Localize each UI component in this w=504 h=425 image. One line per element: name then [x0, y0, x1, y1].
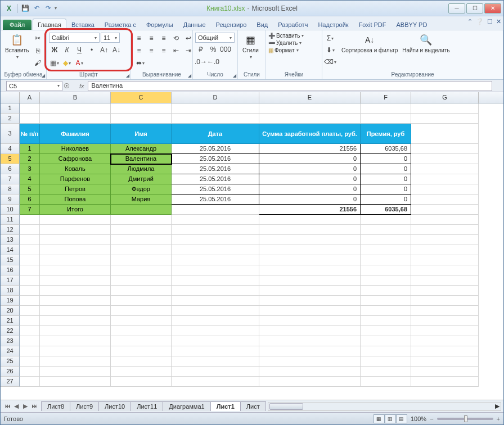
copy-icon[interactable]: ⎘	[32, 45, 43, 56]
cell[interactable]	[411, 144, 479, 154]
row-header[interactable]: 22	[1, 326, 20, 336]
cell[interactable]	[411, 103, 479, 114]
bold-button[interactable]: Ж	[49, 44, 60, 56]
cell[interactable]: 25.05.2016	[172, 174, 259, 184]
font-name-select[interactable]: Calibri▾	[49, 33, 100, 43]
col-header[interactable]: C	[111, 92, 172, 103]
cell[interactable]: 0	[361, 154, 411, 164]
cell[interactable]	[172, 255, 259, 265]
cell[interactable]	[361, 296, 411, 306]
cell[interactable]	[259, 235, 361, 245]
cell[interactable]	[20, 296, 40, 306]
cell[interactable]	[172, 316, 259, 326]
cell[interactable]	[411, 114, 479, 124]
row-header[interactable]: 8	[1, 184, 20, 195]
cell[interactable]: 0	[259, 164, 361, 174]
cell[interactable]	[40, 356, 111, 367]
cell[interactable]	[40, 275, 111, 286]
find-select-button[interactable]: 🔍 Найти и выделить	[400, 33, 452, 55]
cell[interactable]: 25.05.2016	[172, 144, 259, 154]
cell[interactable]	[361, 367, 411, 377]
cell[interactable]	[111, 225, 172, 235]
maximize-button[interactable]: ☐	[466, 3, 483, 13]
cell[interactable]: 5	[20, 184, 40, 195]
cell[interactable]	[40, 367, 111, 377]
cell[interactable]	[20, 255, 40, 265]
fill-color-icon[interactable]: ◆▾	[61, 57, 73, 69]
align-top-icon[interactable]: ≡	[133, 33, 145, 44]
cell[interactable]: 0	[361, 195, 411, 205]
cell[interactable]	[40, 103, 111, 114]
cell[interactable]	[259, 377, 361, 387]
cells-delete-button[interactable]: ➖Удалить▾	[268, 40, 302, 46]
sheet-tab[interactable]: Лист1	[210, 401, 241, 411]
cell[interactable]	[111, 326, 172, 336]
cell[interactable]	[259, 215, 361, 225]
cell[interactable]	[361, 326, 411, 336]
row-header[interactable]: 20	[1, 306, 20, 316]
clear-icon[interactable]: ⌫▾	[325, 56, 336, 67]
cell[interactable]	[111, 336, 172, 346]
cell[interactable]	[259, 326, 361, 336]
cell[interactable]	[361, 103, 411, 114]
cell[interactable]	[172, 336, 259, 346]
cell[interactable]	[111, 346, 172, 356]
cell[interactable]: 0	[361, 164, 411, 174]
comma-icon[interactable]: 000	[220, 44, 231, 55]
sheet-tab[interactable]: Лист	[240, 401, 266, 411]
cell[interactable]: Попова	[40, 195, 111, 205]
cell[interactable]	[111, 205, 172, 215]
cell[interactable]	[172, 377, 259, 387]
cell[interactable]	[40, 255, 111, 265]
cell[interactable]	[259, 103, 361, 114]
horizontal-scrollbar[interactable]: ◀▶	[268, 402, 501, 411]
cell[interactable]: Сумма заработной платы, руб.	[259, 124, 361, 144]
row-header[interactable]: 27	[1, 377, 20, 387]
tab-view[interactable]: Вид	[251, 19, 273, 30]
tab-foxit[interactable]: Foxit PDF	[354, 19, 392, 30]
cell[interactable]	[40, 215, 111, 225]
font-color-icon[interactable]: A▾	[74, 57, 85, 69]
tab-next-icon[interactable]: ▶	[21, 403, 30, 410]
minimize-button[interactable]: ─	[448, 3, 465, 13]
cells-insert-button[interactable]: ➕Вставить▾	[268, 33, 304, 39]
cell[interactable]: 25.05.2016	[172, 195, 259, 205]
tab-home[interactable]: Главная	[33, 19, 66, 30]
align-left-icon[interactable]: ≡	[133, 45, 145, 56]
cell[interactable]	[361, 225, 411, 235]
redo-icon[interactable]: ↷	[43, 3, 53, 13]
cell[interactable]	[20, 215, 40, 225]
orientation-icon[interactable]: ⟲	[170, 33, 182, 44]
dec-decimal-icon[interactable]: ←.0	[208, 56, 219, 67]
cell[interactable]: Федор	[111, 184, 172, 195]
tab-abbyy[interactable]: ABBYY PD	[392, 19, 433, 30]
cell[interactable]	[20, 377, 40, 387]
row-header[interactable]: 13	[1, 235, 20, 245]
col-header[interactable]: E	[259, 92, 361, 103]
cell[interactable]: Премия, руб	[361, 124, 411, 144]
shrink-font-icon[interactable]: A↓	[111, 44, 122, 56]
clipboard-launcher-icon[interactable]: ◢	[42, 73, 45, 78]
qat-dropdown-icon[interactable]: ▾	[55, 6, 57, 11]
sheet-tab[interactable]: Лист10	[98, 401, 131, 411]
underline-button[interactable]: Ч	[74, 44, 85, 56]
fill-icon[interactable]: ⬇▾	[325, 44, 336, 56]
cell[interactable]	[411, 255, 479, 265]
cell[interactable]	[20, 286, 40, 296]
cell[interactable]: Дмитрий	[111, 174, 172, 184]
cell[interactable]	[20, 265, 40, 275]
format-painter-icon[interactable]: 🖌	[32, 57, 43, 69]
tab-layout[interactable]: Разметка с	[100, 19, 141, 30]
wrap-text-icon[interactable]: ↩	[183, 33, 194, 44]
cell[interactable]: Сафронова	[40, 154, 111, 164]
cell[interactable]	[111, 377, 172, 387]
number-format-select[interactable]: Общий▾	[195, 33, 235, 43]
cell[interactable]	[172, 306, 259, 316]
cell[interactable]	[361, 316, 411, 326]
cell[interactable]	[259, 346, 361, 356]
cell[interactable]	[40, 114, 111, 124]
cell[interactable]	[172, 265, 259, 275]
row-header[interactable]: 26	[1, 367, 20, 377]
cell[interactable]	[411, 215, 479, 225]
cell[interactable]: 0	[259, 195, 361, 205]
